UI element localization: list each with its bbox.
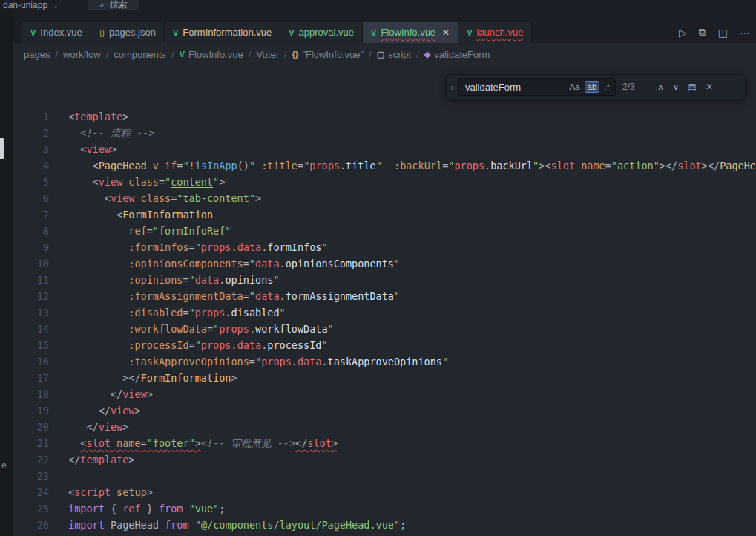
- code-line: 16 :taskApproveOpinions="props.data.task…: [13, 353, 756, 370]
- breadcrumb-item[interactable]: VFlowInfo.vue: [180, 49, 243, 60]
- vscode-window: dan-uniapp ⌄ ⌕ 搜索 e VIndex.vue{}pages.js…: [0, 0, 756, 536]
- command-center-search[interactable]: ⌕ 搜索: [88, 0, 139, 10]
- line-number: 11: [13, 272, 49, 288]
- breadcrumb-label: "FlowInfo.vue": [302, 49, 364, 60]
- tab-launch.vue[interactable]: Vlaunch.vue: [458, 22, 532, 43]
- line-text: :opinionsComponents="data.opinionsCompon…: [49, 255, 400, 272]
- code-line: 20 </view>: [13, 419, 756, 435]
- tab-FormInformation.vue[interactable]: VFormInformation.vue: [165, 22, 280, 43]
- code-lines: 1<template>2 <!-- 流程 -->3 <view>4 <PageH…: [13, 65, 756, 533]
- tab-pages.json[interactable]: {}pages.json: [91, 22, 165, 43]
- line-text: <view class="content">: [49, 174, 225, 190]
- line-text: :formInfos="props.data.formInfos": [49, 239, 328, 255]
- line-text: <FormInformation: [49, 206, 213, 223]
- find-input-box: Aaab.*: [458, 78, 616, 96]
- vue-icon: V: [289, 28, 294, 37]
- line-text: </template>: [49, 451, 134, 468]
- tab-FlowInfo.vue[interactable]: VFlowInfo.vue✕: [363, 22, 458, 43]
- breadcrumb-label: Vuter: [256, 49, 279, 60]
- find-widget: › Aaab.* 2/3 ∧ ∨ ▤ ✕: [446, 74, 746, 99]
- breadcrumb-separator: /: [284, 49, 287, 60]
- breadcrumb-label: validateForm: [434, 49, 490, 60]
- vue-icon: V: [371, 28, 376, 37]
- editor-pane[interactable]: › Aaab.* 2/3 ∧ ∨ ▤ ✕ 1<template>2 <!-- 流…: [13, 65, 756, 536]
- remote-project-menu[interactable]: dan-uniapp ⌄: [3, 0, 59, 10]
- line-number: 20: [13, 419, 49, 435]
- chevron-down-icon: ⌄: [53, 1, 59, 10]
- code-line: 13 :disabled="props.disabled": [13, 304, 756, 321]
- code-line: 12 :formAssignmentData="data.formAssignm…: [13, 288, 756, 304]
- line-text: :formAssignmentData="data.formAssignment…: [49, 288, 400, 304]
- line-text: :processId="props.data.processId": [49, 337, 328, 353]
- line-text: </view>: [49, 419, 128, 435]
- find-close-button[interactable]: ✕: [701, 82, 717, 92]
- code-line: 8 ref="formInfoRef": [13, 223, 756, 239]
- line-number: 22: [13, 451, 49, 468]
- line-number: 17: [13, 370, 49, 386]
- line-number: 23: [13, 468, 49, 484]
- match-case-button[interactable]: Aa: [566, 81, 582, 93]
- breadcrumb: pages/workflow/components/VFlowInfo.vue/…: [13, 43, 756, 65]
- find-previous-button[interactable]: ∧: [653, 82, 668, 92]
- line-number: 24: [13, 484, 49, 500]
- line-number: 25: [13, 500, 49, 517]
- regex-button[interactable]: .*: [601, 81, 613, 93]
- split-editor-icon[interactable]: ◫: [712, 27, 734, 39]
- breadcrumb-item[interactable]: {}"FlowInfo.vue": [292, 49, 364, 60]
- line-number: 2: [13, 125, 49, 141]
- breadcrumb-item[interactable]: pages: [24, 49, 50, 60]
- vue-icon: V: [30, 28, 36, 37]
- line-text: import { ref } from "vue";: [49, 500, 225, 517]
- breadcrumb-item[interactable]: Vuter: [256, 49, 279, 60]
- code-line: 15 :processId="props.data.processId": [13, 337, 756, 353]
- breadcrumb-item[interactable]: ▢script: [377, 49, 411, 60]
- breadcrumb-item[interactable]: components: [114, 49, 166, 60]
- breadcrumb-label: pages: [24, 49, 50, 60]
- line-number: 26: [13, 517, 49, 533]
- toggle-replace-button[interactable]: ›: [447, 75, 458, 99]
- editor-actions: ▷⧉◫⋯: [673, 22, 756, 43]
- more-actions-icon[interactable]: ⋯: [734, 27, 756, 39]
- search-label: 搜索: [110, 0, 128, 10]
- line-number: 14: [13, 321, 49, 337]
- code-line: 14 :workflowData="props.workflowData": [13, 321, 756, 337]
- run-icon[interactable]: ▷: [673, 27, 693, 39]
- tab-label: FormInformation.vue: [183, 27, 272, 38]
- find-in-selection-button[interactable]: ▤: [684, 82, 701, 92]
- tab-approval.vue[interactable]: Vapproval.vue: [280, 22, 363, 43]
- find-next-button[interactable]: ∨: [668, 82, 684, 92]
- line-number: 13: [13, 304, 49, 321]
- line-text: :taskApproveOpinions="props.data.taskApp…: [49, 353, 448, 370]
- find-input[interactable]: [464, 81, 565, 94]
- line-number: 12: [13, 288, 49, 304]
- line-number: 16: [13, 353, 49, 370]
- tab-Index.vue[interactable]: VIndex.vue: [22, 22, 91, 43]
- close-icon[interactable]: ✕: [442, 27, 450, 38]
- code-line: 18 </view>: [13, 386, 756, 402]
- line-text: :opinions="data.opinions": [49, 272, 280, 288]
- line-text: <PageHead v-if="!isInApp()" :title="prop…: [49, 157, 756, 174]
- vue-icon: V: [180, 50, 185, 59]
- breadcrumb-separator: /: [55, 49, 58, 60]
- open-changes-icon[interactable]: ⧉: [693, 26, 712, 39]
- line-text: <template>: [49, 108, 128, 125]
- code-line: 7 <FormInformation: [13, 206, 756, 223]
- code-line: 21 <slot name="footer"><!-- 审批意见 --></sl…: [13, 435, 756, 451]
- line-number: 21: [13, 435, 49, 451]
- line-number: 7: [13, 206, 49, 223]
- symbol-method-icon: ◈: [424, 50, 430, 59]
- tab-list: VIndex.vue{}pages.jsonVFormInformation.v…: [22, 22, 532, 43]
- line-text: :disabled="props.disabled": [49, 304, 286, 321]
- whole-word-button[interactable]: ab: [585, 81, 600, 93]
- title-bar: dan-uniapp ⌄ ⌕ 搜索: [0, 0, 756, 10]
- breadcrumb-item[interactable]: ◈validateForm: [424, 49, 490, 60]
- breadcrumb-separator: /: [171, 49, 174, 60]
- code-line: 3 <view>: [13, 141, 756, 157]
- code-line: 22</template>: [13, 451, 756, 468]
- breadcrumb-item[interactable]: workflow: [63, 49, 101, 60]
- line-text: </view>: [49, 386, 153, 402]
- code-line: 4 <PageHead v-if="!isInApp()" :title="pr…: [13, 157, 756, 174]
- code-line: 10 :opinionsComponents="data.opinionsCom…: [13, 255, 756, 272]
- breadcrumb-separator: /: [249, 49, 252, 60]
- line-number: 8: [13, 223, 49, 239]
